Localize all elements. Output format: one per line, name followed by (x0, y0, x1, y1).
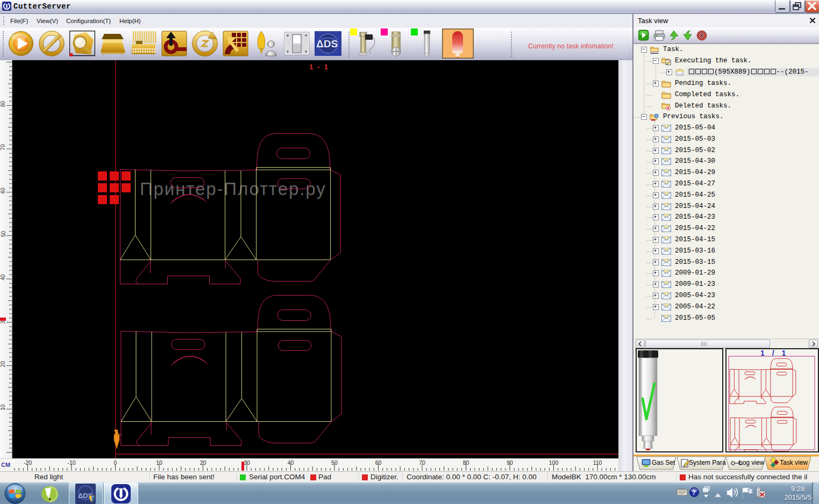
svg-text:100: 100 (549, 459, 559, 466)
svg-text:-10: -10 (67, 459, 75, 466)
svg-text:ΔDS: ΔDS (316, 38, 338, 49)
svg-text:60: 60 (375, 459, 382, 466)
svg-text:?: ? (692, 489, 696, 496)
svg-text:System Para: System Para (689, 459, 726, 466)
svg-text:90: 90 (507, 459, 513, 466)
svg-text:Task view: Task view (780, 459, 808, 466)
svg-text:70: 70 (419, 459, 425, 466)
svg-text:10: 10 (1, 404, 6, 411)
svg-text:20: 20 (200, 459, 206, 466)
svg-text:40: 40 (288, 459, 294, 466)
svg-text:70: 70 (1, 144, 6, 150)
svg-text:Gas Set: Gas Set (652, 459, 675, 466)
svg-text:-20: -20 (24, 459, 32, 466)
svg-text:0: 0 (114, 459, 117, 466)
svg-text:Log view: Log view (739, 459, 765, 466)
svg-text:1 - 1: 1 - 1 (309, 63, 329, 71)
svg-text:50: 50 (1, 231, 6, 237)
svg-text:80: 80 (463, 459, 469, 466)
svg-text:60: 60 (1, 188, 6, 194)
svg-text:CM: CM (1, 462, 10, 468)
svg-text:10: 10 (156, 459, 162, 466)
svg-text:80: 80 (1, 100, 6, 107)
svg-text:30: 30 (244, 459, 250, 466)
svg-text:20: 20 (1, 361, 6, 368)
svg-text:50: 50 (331, 459, 338, 466)
svg-text:110: 110 (593, 459, 602, 466)
svg-text:40: 40 (1, 274, 6, 280)
